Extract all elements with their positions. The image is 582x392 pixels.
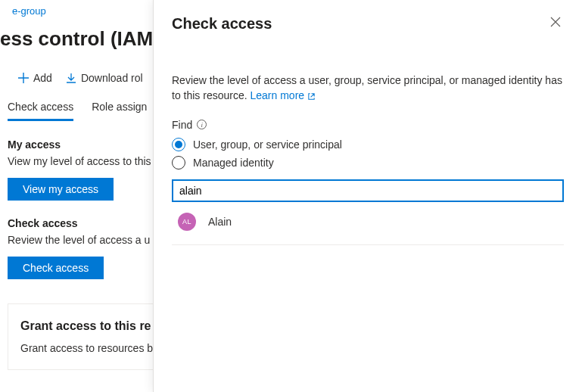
result-name: Alain [208,216,232,228]
panel-description: Review the level of access a user, group… [172,73,564,104]
radio-user-label: User, group, or service principal [193,138,342,151]
radio-icon [172,138,185,151]
download-icon [66,73,76,83]
search-input[interactable] [172,179,564,202]
find-radio-group: User, group, or service principal Manage… [172,135,564,172]
tab-role-assign[interactable]: Role assign [92,101,147,121]
tab-check-access[interactable]: Check access [8,101,73,121]
avatar: AL [178,213,196,231]
check-access-button[interactable]: Check access [8,257,104,279]
learn-more-link[interactable]: Learn more [251,89,316,101]
radio-managed-identity[interactable]: Managed identity [172,154,564,172]
plus-icon [18,73,29,83]
learn-more-label: Learn more [251,89,305,101]
search-result-row[interactable]: AL Alain [172,202,564,241]
panel-title: Check access [172,15,272,33]
close-icon[interactable] [547,14,564,33]
result-divider [172,244,564,245]
radio-user-group[interactable]: User, group, or service principal [172,135,564,154]
breadcrumb-link[interactable]: e-group [12,5,46,17]
check-access-panel: Check access Review the level of access … [153,0,582,392]
view-my-access-button[interactable]: View my access [8,178,114,201]
add-button[interactable]: Add [18,72,52,84]
panel-description-text: Review the level of access a user, group… [172,74,562,101]
download-button[interactable]: Download rol [66,72,143,84]
panel-header: Check access [172,14,564,33]
download-label: Download rol [81,72,143,84]
info-icon[interactable]: i [197,120,207,129]
find-label-text: Find [172,119,192,131]
radio-managed-label: Managed identity [193,157,274,169]
find-label: Find i [172,119,564,131]
radio-icon [172,156,185,170]
external-link-icon [307,92,316,101]
add-label: Add [33,72,52,84]
